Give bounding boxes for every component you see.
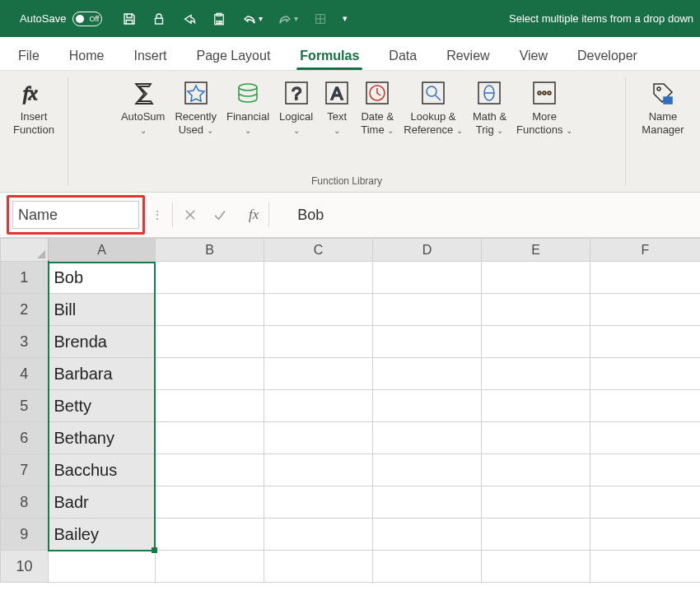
undo-button[interactable]: ▾ bbox=[242, 12, 263, 26]
cell-F5[interactable] bbox=[590, 390, 701, 422]
cell-D4[interactable] bbox=[373, 358, 482, 390]
cell-B6[interactable] bbox=[156, 422, 264, 454]
row-header-5[interactable]: 5 bbox=[1, 390, 49, 422]
tab-data[interactable]: Data bbox=[374, 40, 432, 70]
math-trig-button[interactable]: Math & Trig ⌄ bbox=[468, 74, 511, 136]
cell-C8[interactable] bbox=[264, 486, 373, 519]
row-header-10[interactable]: 10 bbox=[1, 551, 49, 583]
cell-B7[interactable] bbox=[156, 454, 264, 486]
logical-button[interactable]: ? Logical⌄ bbox=[274, 74, 318, 136]
insert-function-button[interactable]: fx Insert Function bbox=[8, 74, 59, 136]
cell-F10[interactable] bbox=[590, 551, 701, 583]
cell-B2[interactable] bbox=[156, 294, 264, 326]
tab-formulas[interactable]: Formulas bbox=[285, 40, 374, 70]
cell-A1[interactable]: Bob bbox=[49, 262, 156, 294]
clipboard-icon[interactable]: 123 bbox=[211, 12, 227, 26]
qat-customize-icon[interactable]: ▾ bbox=[343, 13, 348, 24]
cancel-icon[interactable] bbox=[183, 207, 198, 222]
cell-D7[interactable] bbox=[373, 454, 482, 486]
share-icon[interactable] bbox=[181, 12, 196, 26]
save-icon[interactable] bbox=[122, 12, 137, 26]
tab-view[interactable]: View bbox=[505, 40, 562, 70]
cell-A4[interactable]: Barbara bbox=[49, 358, 156, 390]
cell-B3[interactable] bbox=[156, 326, 264, 358]
cell-E9[interactable] bbox=[482, 519, 590, 551]
cell-F8[interactable] bbox=[590, 486, 701, 519]
tab-review[interactable]: Review bbox=[432, 40, 504, 70]
cell-F4[interactable] bbox=[590, 358, 701, 390]
column-header-C[interactable]: C bbox=[264, 239, 373, 262]
cell-C9[interactable] bbox=[264, 519, 373, 551]
cell-E4[interactable] bbox=[482, 358, 590, 390]
tab-developer[interactable]: Developer bbox=[562, 40, 652, 70]
cell-B10[interactable] bbox=[156, 551, 264, 583]
formula-value[interactable]: Bob bbox=[297, 207, 324, 224]
cell-D2[interactable] bbox=[373, 294, 482, 326]
row-header-7[interactable]: 7 bbox=[1, 454, 49, 486]
cell-F2[interactable] bbox=[590, 294, 701, 326]
cell-B9[interactable] bbox=[156, 519, 264, 551]
cell-E6[interactable] bbox=[482, 422, 590, 454]
cell-E7[interactable] bbox=[482, 454, 590, 486]
cell-A6[interactable]: Bethany bbox=[49, 422, 156, 454]
cell-A10[interactable] bbox=[49, 551, 156, 583]
tab-page-layout[interactable]: Page Layout bbox=[181, 40, 285, 70]
cell-D8[interactable] bbox=[373, 486, 482, 519]
cell-D3[interactable] bbox=[373, 326, 482, 358]
row-header-9[interactable]: 9 bbox=[1, 519, 49, 551]
cell-A3[interactable]: Brenda bbox=[49, 326, 156, 358]
select-all-corner[interactable] bbox=[1, 239, 49, 262]
row-header-8[interactable]: 8 bbox=[1, 486, 49, 519]
cell-D10[interactable] bbox=[373, 551, 482, 583]
cell-F7[interactable] bbox=[590, 454, 701, 486]
cell-C4[interactable] bbox=[264, 358, 373, 390]
row-header-3[interactable]: 3 bbox=[1, 326, 49, 358]
row-header-4[interactable]: 4 bbox=[1, 358, 49, 390]
tab-insert[interactable]: Insert bbox=[119, 40, 181, 70]
cell-C3[interactable] bbox=[264, 326, 373, 358]
cell-A8[interactable]: Badr bbox=[49, 486, 156, 519]
redo-button[interactable]: ▾ bbox=[278, 12, 298, 26]
cell-C1[interactable] bbox=[264, 262, 373, 294]
cell-B1[interactable] bbox=[156, 262, 264, 294]
cell-E3[interactable] bbox=[482, 326, 590, 358]
cell-A5[interactable]: Betty bbox=[49, 390, 156, 422]
financial-button[interactable]: Financial⌄ bbox=[222, 74, 274, 136]
date-time-button[interactable]: Date & Time ⌄ bbox=[356, 74, 399, 136]
cell-F9[interactable] bbox=[590, 519, 701, 551]
column-header-F[interactable]: F bbox=[590, 239, 701, 262]
cell-D5[interactable] bbox=[373, 390, 482, 422]
touch-mode-icon[interactable] bbox=[313, 12, 328, 26]
cell-C6[interactable] bbox=[264, 422, 373, 454]
cell-C10[interactable] bbox=[264, 551, 373, 583]
recently-used-button[interactable]: Recently Used ⌄ bbox=[170, 74, 222, 136]
cell-F1[interactable] bbox=[590, 262, 701, 294]
cell-D6[interactable] bbox=[373, 422, 482, 454]
name-box[interactable] bbox=[12, 201, 139, 229]
row-header-1[interactable]: 1 bbox=[1, 262, 49, 294]
more-functions-button[interactable]: More Functions ⌄ bbox=[511, 74, 577, 136]
cell-E1[interactable] bbox=[482, 262, 590, 294]
toggle-switch[interactable]: Off bbox=[72, 12, 102, 26]
cell-E2[interactable] bbox=[482, 294, 590, 326]
name-manager-button[interactable]: Name Manager bbox=[637, 74, 688, 136]
column-header-A[interactable]: A bbox=[49, 239, 156, 262]
cell-C7[interactable] bbox=[264, 454, 373, 486]
autosave-toggle[interactable]: AutoSave Off bbox=[20, 12, 102, 26]
cell-F3[interactable] bbox=[590, 326, 701, 358]
lookup-reference-button[interactable]: Lookup & Reference ⌄ bbox=[399, 74, 468, 136]
tab-file[interactable]: File bbox=[3, 40, 54, 70]
column-header-D[interactable]: D bbox=[373, 239, 482, 262]
cell-D1[interactable] bbox=[373, 262, 482, 294]
cell-B4[interactable] bbox=[156, 358, 264, 390]
text-button[interactable]: A Text⌄ bbox=[318, 74, 356, 136]
cell-C2[interactable] bbox=[264, 294, 373, 326]
name-box-dropdown-icon[interactable]: ⋮ bbox=[152, 208, 162, 221]
cell-E5[interactable] bbox=[482, 390, 590, 422]
enter-icon[interactable] bbox=[212, 207, 227, 222]
cell-A9[interactable]: Bailey bbox=[49, 519, 156, 551]
cell-F6[interactable] bbox=[590, 422, 701, 454]
column-header-B[interactable]: B bbox=[156, 239, 264, 262]
autosum-button[interactable]: AutoSum⌄ bbox=[116, 74, 170, 136]
row-header-6[interactable]: 6 bbox=[1, 422, 49, 454]
